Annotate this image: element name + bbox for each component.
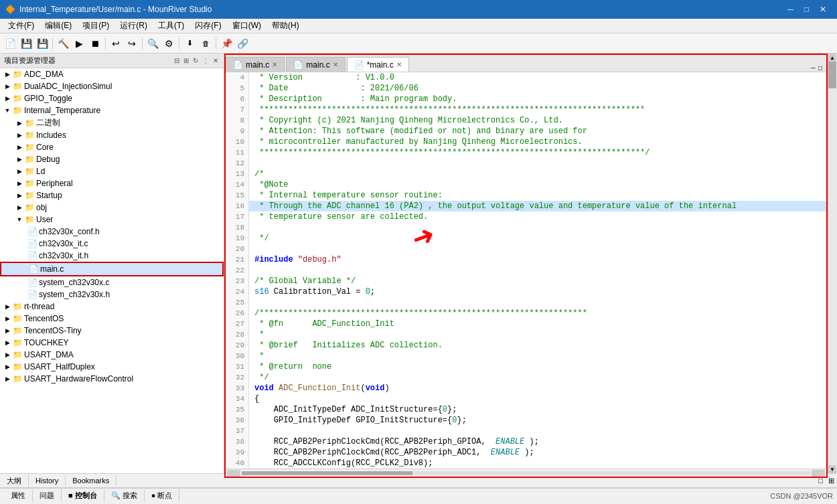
- bottom-tab-issues[interactable]: 问题: [33, 489, 62, 502]
- bottom-tab-console[interactable]: ■ 控制台: [62, 489, 104, 502]
- scroll-up[interactable]: ▲: [828, 54, 836, 62]
- tree-item-user[interactable]: ▼ 📁 User: [0, 214, 224, 226]
- scroll-track[interactable]: [242, 471, 810, 475]
- tabs-bar: 📄 main.c ✕ 📄 main.c ✕ 📄 *main.c ✕ ─: [226, 55, 826, 72]
- tree-item-binary[interactable]: ▶ 📁 二进制: [0, 116, 224, 129]
- tree-arrow: ▶: [3, 71, 12, 78]
- toolbar-search[interactable]: 🔍: [145, 36, 160, 51]
- toolbar-flash-erase[interactable]: 🗑: [198, 36, 213, 51]
- bottom-tab-history[interactable]: History: [29, 475, 66, 486]
- tree-item-core[interactable]: ▶ 📁 Core: [0, 141, 224, 153]
- menu-project[interactable]: 项目(P): [77, 19, 115, 33]
- tree-item-obj[interactable]: ▶ 📁 obj: [0, 201, 224, 214]
- tree-item-adc-dma[interactable]: ▶ 📁 ADC_DMA: [0, 68, 224, 80]
- code-line: 38 RCC_APB2PeriphClockCmd(RCC_APB2Periph…: [226, 436, 826, 447]
- tree-item-peripheral[interactable]: ▶ 📁 Peripheral: [0, 177, 224, 189]
- scroll-track-v[interactable]: [828, 62, 837, 465]
- toolbar-new[interactable]: 📄: [3, 36, 17, 51]
- tree-item-gpio[interactable]: ▶ 📁 GPIO_Toggle: [0, 92, 224, 104]
- tree-item-debug[interactable]: ▶ 📁 Debug: [0, 153, 224, 165]
- tree-item-rtthread[interactable]: ▶ 📁 rt-thread: [0, 301, 224, 313]
- sidebar-menu[interactable]: ⋮: [201, 56, 210, 65]
- toolbar-extra2[interactable]: 🔗: [235, 36, 250, 51]
- tree-item-tencent-tiny[interactable]: ▶ 📁 TencentOS-Tiny: [0, 325, 224, 337]
- window-close[interactable]: ✕: [814, 5, 832, 14]
- tree-item-main-c[interactable]: 📄 main.c: [0, 262, 224, 276]
- toolbar-saveall[interactable]: 💾: [35, 36, 50, 51]
- menu-run[interactable]: 运行(R): [115, 19, 153, 33]
- code-editor[interactable]: 4 * Version : V1.0.0 5 * Date : 2021/06/…: [226, 72, 826, 469]
- toolbar-extra1[interactable]: 📌: [219, 36, 234, 51]
- toolbar-settings[interactable]: ⚙: [161, 36, 176, 51]
- sidebar-expand-all[interactable]: ⊞: [182, 56, 190, 65]
- sidebar-collapse-all[interactable]: ⊟: [173, 56, 181, 65]
- tree-item-usart-half[interactable]: ▶ 📁 USART_HalfDuplex: [0, 361, 224, 373]
- tree-item-includes[interactable]: ▶ 📁 Includes: [0, 129, 224, 141]
- editor-window-controls[interactable]: ─: [811, 64, 816, 72]
- window-maximize[interactable]: □: [799, 5, 814, 14]
- tree-item-usart-dma[interactable]: ▶ 📁 USART_DMA: [0, 349, 224, 361]
- toolbar-save[interactable]: 💾: [19, 36, 33, 51]
- bottom-tab-outline[interactable]: 大纲: [0, 475, 29, 487]
- toolbar-stop[interactable]: ⏹: [88, 36, 102, 51]
- tab-label: main.c: [306, 60, 329, 70]
- bottom-tab-search[interactable]: 🔍 搜索: [104, 489, 145, 502]
- tab-icon: 📄: [233, 60, 243, 70]
- tree-label: GPIO_Toggle: [24, 94, 72, 103]
- code-line: 8 * Copyright (c) 2021 Nanjing Qinheng M…: [226, 115, 826, 126]
- tab-close[interactable]: ✕: [272, 61, 277, 68]
- menu-flash[interactable]: 闪存(F): [189, 19, 226, 33]
- tree-label: system_ch32v30x.c: [39, 278, 109, 287]
- tree-item-startup[interactable]: ▶ 📁 Startup: [0, 189, 224, 201]
- tree-item-system-c[interactable]: 📄 system_ch32v30x.c: [0, 276, 224, 288]
- bottom-tab-bookmarks[interactable]: Bookmarks: [66, 475, 117, 486]
- tree-item-touchkey[interactable]: ▶ 📁 TOUCHKEY: [0, 337, 224, 349]
- tab-main-c-2[interactable]: 📄 main.c ✕: [286, 57, 345, 72]
- window-minimize[interactable]: ─: [782, 5, 799, 14]
- toolbar-undo[interactable]: ↩: [108, 36, 123, 51]
- toolbar-redo[interactable]: ↪: [125, 36, 139, 51]
- toolbar-debug[interactable]: ▶: [72, 36, 86, 51]
- tab-close[interactable]: ✕: [396, 61, 402, 68]
- title-bar: 🔶 Internal_Temperature/User/main.c - Mou…: [0, 0, 837, 19]
- menu-window[interactable]: 窗口(W): [227, 19, 267, 33]
- app-icon: 🔶: [5, 5, 15, 14]
- menu-help[interactable]: 帮助(H): [267, 19, 305, 33]
- scroll-thumb[interactable]: [242, 471, 412, 475]
- tree-item-tencent[interactable]: ▶ 📁 TencentOS: [0, 313, 224, 325]
- menu-file[interactable]: 文件(F): [3, 19, 40, 33]
- scroll-down[interactable]: ▼: [828, 465, 836, 473]
- tab-main-c-3[interactable]: 📄 *main.c ✕: [347, 57, 409, 72]
- horizontal-scrollbar[interactable]: [226, 469, 826, 477]
- tab-main-c-1[interactable]: 📄 main.c ✕: [226, 57, 285, 72]
- sidebar-sync[interactable]: ↻: [192, 56, 200, 65]
- file-icon: 📄: [27, 277, 37, 288]
- code-line: 35 ADC_InitTypeDef ADC_InitStructure={0}…: [226, 404, 826, 415]
- tab-close[interactable]: ✕: [333, 61, 338, 68]
- menu-tools[interactable]: 工具(T): [153, 19, 189, 33]
- code-line: 40 RCC_ADCCLKConfig(RCC_PCLK2_Div8);: [226, 458, 826, 469]
- folder-icon: 📁: [24, 130, 35, 141]
- file-icon: 📄: [27, 226, 37, 237]
- bottom-tab-properties[interactable]: 属性: [4, 489, 33, 502]
- tree-label: 二进制: [36, 117, 60, 129]
- tree-item-it-h[interactable]: 📄 ch32v30x_it.h: [0, 250, 224, 262]
- vertical-scrollbar[interactable]: ▲ ▼: [828, 54, 837, 473]
- tree-item-it-c[interactable]: 📄 ch32v30x_it.c: [0, 238, 224, 250]
- tree-item-system-h[interactable]: 📄 system_ch32v30x.h: [0, 288, 224, 301]
- sidebar-close[interactable]: ✕: [212, 56, 220, 65]
- bottom-tab-breakpoints[interactable]: ● 断点: [145, 489, 180, 502]
- toolbar-build[interactable]: 🔨: [56, 36, 70, 51]
- menu-edit[interactable]: 编辑(E): [40, 19, 77, 33]
- tree-item-internal-temp[interactable]: ▼ 📁 Internal_Temperature: [0, 104, 224, 116]
- toolbar: 📄 💾 💾 🔨 ▶ ⏹ ↩ ↪ 🔍 ⚙ ⬇ 🗑 📌 🔗: [0, 33, 837, 54]
- toolbar-flash-download[interactable]: ⬇: [182, 36, 197, 51]
- tree-item-conf-h[interactable]: 📄 ch32v30x_conf.h: [0, 226, 224, 238]
- scroll-left[interactable]: [227, 470, 240, 477]
- tree-item-usart-hw[interactable]: ▶ 📁 USART_HardwareFlowControl: [0, 373, 224, 385]
- tree-item-dual-adc[interactable]: ▶ 📁 DualADC_InjectionSimul: [0, 80, 224, 92]
- editor-window-restore[interactable]: □: [818, 64, 822, 72]
- scroll-right[interactable]: [812, 470, 825, 477]
- tree-item-ld[interactable]: ▶ 📁 Ld: [0, 165, 224, 177]
- scroll-thumb-v[interactable]: [828, 62, 836, 88]
